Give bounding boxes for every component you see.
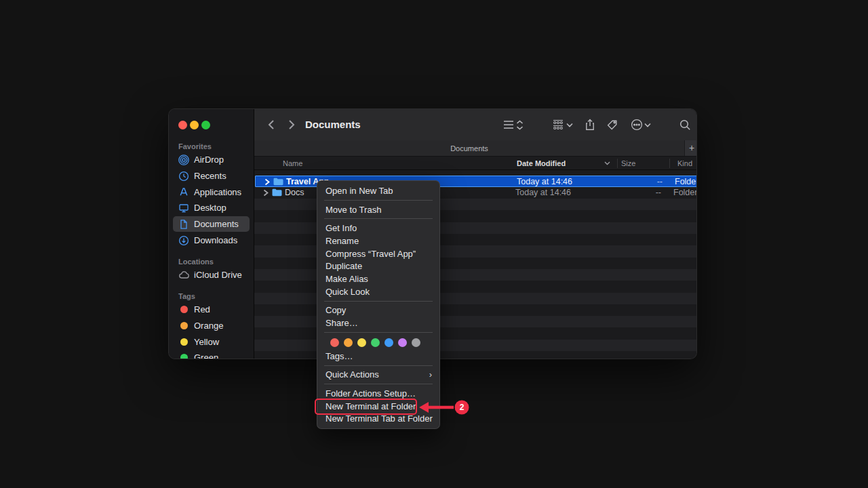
sidebar-item-label: AirDrop bbox=[194, 155, 224, 165]
sidebar-item-label: Yellow bbox=[194, 337, 219, 347]
sidebar-section-locations: Locations bbox=[178, 258, 214, 266]
add-tab-button[interactable]: + bbox=[684, 140, 697, 156]
sidebar-item-tag-orange[interactable]: Orange bbox=[173, 319, 250, 333]
sidebar-item-tag-red[interactable]: Red bbox=[173, 302, 250, 317]
view-updown-chevrons-icon[interactable] bbox=[515, 118, 524, 131]
menu-separator bbox=[324, 301, 433, 302]
menu-tag-color-row bbox=[317, 336, 439, 350]
sidebar-item-downloads[interactable]: Downloads bbox=[173, 233, 250, 247]
download-icon bbox=[178, 235, 189, 246]
yellow-tag-dot[interactable] bbox=[357, 338, 366, 347]
menu-item-open-in-new-tab[interactable]: Open in New Tab bbox=[317, 184, 439, 197]
search-icon[interactable] bbox=[677, 118, 692, 131]
column-divider bbox=[669, 159, 670, 168]
column-divider bbox=[617, 159, 618, 168]
tag-icon[interactable] bbox=[604, 118, 619, 131]
sidebar-item-label: Documents bbox=[194, 219, 239, 229]
back-button[interactable] bbox=[264, 118, 278, 131]
column-header-row: Name Date Modified Size Kind bbox=[254, 157, 697, 170]
menu-separator bbox=[324, 332, 433, 333]
file-size: -- bbox=[618, 176, 663, 188]
cloud-icon bbox=[178, 270, 189, 281]
sidebar-item-applications[interactable]: Applications bbox=[173, 185, 250, 199]
chevron-down-icon[interactable] bbox=[644, 118, 652, 131]
minimize-window-button[interactable] bbox=[190, 121, 199, 129]
blue-tag-dot[interactable] bbox=[384, 338, 393, 347]
document-icon bbox=[178, 219, 189, 230]
orange-tag-dot[interactable] bbox=[344, 338, 353, 347]
share-icon[interactable] bbox=[583, 118, 597, 131]
more-actions-icon[interactable] bbox=[629, 118, 644, 131]
tab-bar: Documents + bbox=[254, 140, 697, 157]
file-date-modified: Today at 14:46 bbox=[515, 187, 571, 199]
sidebar-item-label: Green bbox=[194, 352, 218, 359]
menu-item-move-to-trash[interactable]: Move to Trash bbox=[317, 203, 439, 216]
column-header-size[interactable]: Size bbox=[621, 157, 635, 170]
forward-button[interactable] bbox=[285, 118, 298, 131]
group-view-icon[interactable] bbox=[551, 118, 566, 131]
gray-tag-dot[interactable] bbox=[412, 338, 420, 347]
purple-tag-dot[interactable] bbox=[398, 338, 407, 347]
orange-tag-icon bbox=[180, 322, 188, 329]
sidebar-item-desktop[interactable]: Desktop bbox=[173, 201, 250, 215]
column-header-kind[interactable]: Kind bbox=[677, 157, 692, 170]
sidebar-item-label: iCloud Drive bbox=[194, 270, 242, 280]
sidebar-item-recents[interactable]: Recents bbox=[173, 169, 250, 183]
menu-item-tags[interactable]: Tags… bbox=[317, 350, 439, 363]
menu-item-rename[interactable]: Rename bbox=[317, 235, 439, 247]
sidebar-item-tag-green[interactable]: Green bbox=[173, 350, 250, 359]
sidebar-item-icloud-drive[interactable]: Red iCloud Drive bbox=[173, 268, 250, 282]
file-size: -- bbox=[616, 187, 661, 199]
sidebar: Favorites AirDrop Recents Applications bbox=[169, 109, 254, 359]
menu-item-copy[interactable]: Copy bbox=[317, 304, 439, 317]
annotation-arrow: 2 bbox=[418, 397, 472, 418]
green-tag-dot[interactable] bbox=[371, 338, 380, 347]
sidebar-item-label: Orange bbox=[194, 321, 223, 331]
screenshot-stage: Favorites AirDrop Recents Applications bbox=[0, 0, 868, 488]
menu-item-make-alias[interactable]: Make Alias bbox=[317, 272, 439, 285]
toolbar: Documents bbox=[254, 109, 697, 140]
red-tag-icon bbox=[180, 306, 188, 313]
menu-item-share[interactable]: Share… bbox=[317, 317, 439, 329]
annotation-highlight-box bbox=[315, 399, 417, 415]
column-header-date-modified[interactable]: Date Modified bbox=[517, 157, 566, 170]
tab-documents[interactable]: Documents bbox=[254, 140, 684, 157]
airdrop-icon bbox=[178, 155, 189, 165]
file-kind: Folder bbox=[675, 176, 697, 188]
menu-separator bbox=[324, 384, 433, 384]
folder-icon bbox=[272, 188, 282, 197]
applications-icon bbox=[178, 186, 189, 197]
sidebar-section-favorites: Favorites bbox=[178, 142, 212, 151]
sidebar-item-airdrop[interactable]: AirDrop bbox=[173, 152, 250, 167]
chevron-down-icon[interactable] bbox=[566, 118, 574, 131]
zoom-window-button[interactable] bbox=[201, 121, 210, 129]
list-view-icon[interactable] bbox=[501, 118, 516, 131]
folder-icon bbox=[273, 178, 283, 186]
menu-item-quick-look[interactable]: Quick Look bbox=[317, 285, 439, 298]
file-name: Docs bbox=[285, 187, 304, 199]
green-tag-icon bbox=[180, 354, 188, 359]
context-menu: Open in New Tab Move to Trash Get Info R… bbox=[317, 180, 440, 429]
disclosure-chevron-icon[interactable] bbox=[263, 188, 270, 197]
menu-item-quick-actions[interactable]: Quick Actions › bbox=[317, 369, 439, 382]
sidebar-item-label: Red bbox=[194, 304, 210, 314]
sidebar-item-tag-yellow[interactable]: Yellow bbox=[173, 335, 250, 349]
window-title: Documents bbox=[305, 109, 361, 140]
disclosure-chevron-icon[interactable] bbox=[264, 178, 271, 186]
step-badge-number: 2 bbox=[460, 403, 465, 412]
submenu-chevron-icon: › bbox=[429, 369, 432, 380]
menu-item-get-info[interactable]: Get Info bbox=[317, 222, 439, 235]
arrow-left-head bbox=[419, 402, 429, 413]
menu-separator bbox=[324, 218, 433, 219]
menu-item-duplicate[interactable]: Duplicate bbox=[317, 260, 439, 272]
sidebar-item-label: Downloads bbox=[194, 235, 237, 245]
red-tag-dot[interactable] bbox=[330, 338, 339, 347]
column-header-name[interactable]: Name bbox=[283, 157, 302, 170]
menu-separator bbox=[324, 365, 433, 366]
sidebar-item-documents[interactable]: Documents bbox=[173, 216, 250, 232]
menu-item-compress[interactable]: Compress “Travel App” bbox=[317, 247, 439, 260]
yellow-tag-icon bbox=[180, 338, 188, 346]
sidebar-section-tags: Tags bbox=[178, 292, 195, 301]
desktop-icon bbox=[178, 203, 189, 214]
close-window-button[interactable] bbox=[178, 121, 187, 129]
